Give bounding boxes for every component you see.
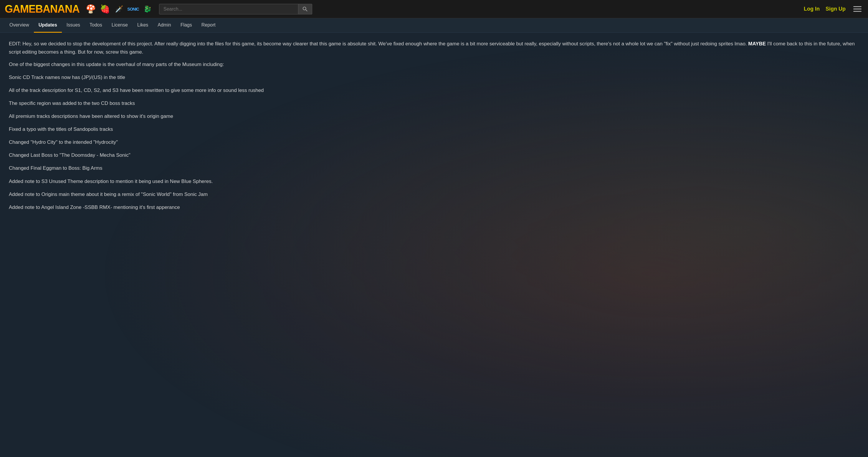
tab-todos[interactable]: Todos (85, 18, 107, 33)
maybe-bold: MAYBE (748, 41, 766, 47)
edit-text-main: EDIT: Hey, so we decided to stop the dev… (9, 41, 855, 55)
signup-link[interactable]: Sign Up (826, 6, 846, 12)
tab-issues[interactable]: Issues (62, 18, 85, 33)
sword-icon[interactable]: 🗡️ (113, 3, 125, 15)
tab-likes[interactable]: Likes (132, 18, 153, 33)
main-content: EDIT: Hey, so we decided to stop the dev… (0, 33, 868, 223)
logo-text: GAMEBANANA (5, 3, 80, 15)
game-icons: 🍄 🍓 🗡️ SONIC 🐉 (85, 3, 153, 15)
site-header: GAMEBANANA 🍄 🍓 🗡️ SONIC 🐉 Log In Sign Up (0, 0, 868, 18)
content-line-11: Added note to Angel Island Zone -SSBB RM… (9, 203, 859, 212)
tab-overview[interactable]: Overview (5, 18, 34, 33)
content-line-1: Sonic CD Track names now has (JP)/(US) i… (9, 73, 859, 82)
content-line-8: Changed Final Eggman to Boss: Big Arms (9, 164, 859, 172)
tab-admin[interactable]: Admin (153, 18, 176, 33)
strawberry-icon[interactable]: 🍓 (99, 3, 111, 15)
mario-icon[interactable]: 🍄 (85, 3, 97, 15)
content-line-10: Added note to Origins main theme about i… (9, 190, 859, 199)
content-line-2: All of the track description for S1, CD,… (9, 86, 859, 95)
hamburger-line-3 (853, 11, 862, 12)
tab-report[interactable]: Report (197, 18, 220, 33)
hamburger-line-2 (853, 8, 862, 9)
content-line-6: Changed "Hydro City" to the intended "Hy… (9, 138, 859, 147)
content-line-0: One of the biggest changes in this updat… (9, 60, 859, 69)
hamburger-menu[interactable] (851, 4, 863, 13)
search-icon (302, 6, 308, 12)
nav-tabs: Overview Updates Issues Todos License Li… (0, 18, 868, 33)
site-logo[interactable]: GAMEBANANA (5, 3, 80, 15)
tab-updates[interactable]: Updates (34, 18, 62, 33)
search-input[interactable] (159, 4, 298, 14)
search-button[interactable] (298, 4, 312, 14)
dragon-icon[interactable]: 🐉 (142, 3, 153, 15)
content-line-9: Added note to S3 Unused Theme descriptio… (9, 177, 859, 186)
content-line-3: The specific region was added to the two… (9, 99, 859, 108)
tab-license[interactable]: License (107, 18, 132, 33)
search-container (159, 4, 312, 14)
content-line-4: All premium tracks descriptions have bee… (9, 112, 859, 121)
content-line-7: Changed Last Boss to "The Doomsday - Mec… (9, 151, 859, 159)
sonic-icon[interactable]: SONIC (127, 3, 139, 15)
tab-flags[interactable]: Flags (176, 18, 197, 33)
login-link[interactable]: Log In (804, 6, 820, 12)
hamburger-line-1 (853, 6, 862, 7)
content-line-5: Fixed a typo with the titles of Sandopol… (9, 125, 859, 133)
header-actions: Log In Sign Up (804, 4, 863, 13)
edit-paragraph: EDIT: Hey, so we decided to stop the dev… (9, 40, 859, 56)
